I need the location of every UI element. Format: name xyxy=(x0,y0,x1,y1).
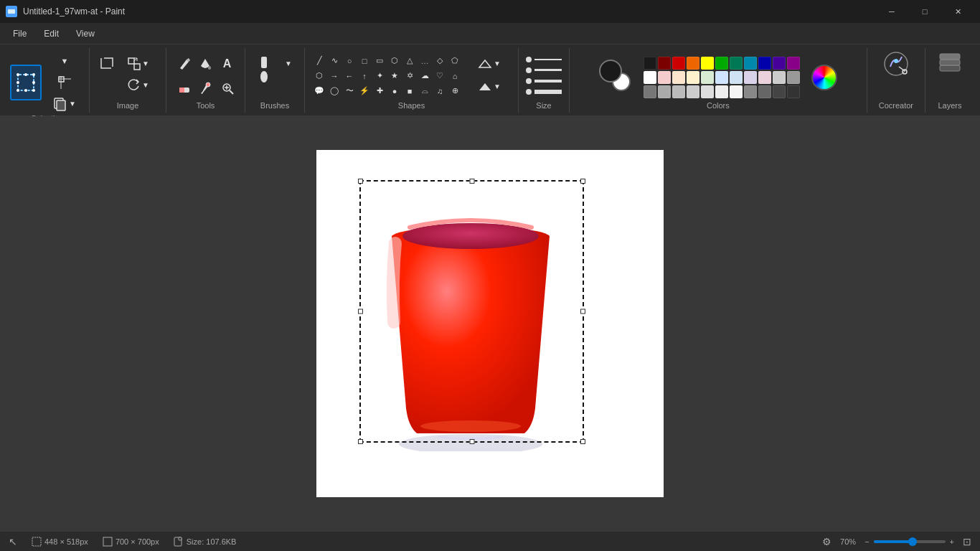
outline-btn[interactable]: ▼ xyxy=(468,54,511,74)
shape-arrow-r[interactable]: → xyxy=(327,69,341,83)
size-3[interactable] xyxy=(526,78,562,84)
swatch-teal[interactable] xyxy=(730,57,743,70)
canvas-area[interactable] xyxy=(0,116,980,531)
eraser-tool[interactable] xyxy=(174,78,194,98)
shape-poly[interactable]: ⬡ xyxy=(387,54,402,68)
shape-circle2[interactable]: ● xyxy=(387,84,402,98)
zoom-out-icon[interactable]: − xyxy=(864,537,869,546)
swatch-lg10[interactable] xyxy=(787,71,800,84)
swatch-purple[interactable] xyxy=(787,57,800,70)
swatch-lg9[interactable] xyxy=(773,71,786,84)
swatch-lg3[interactable] xyxy=(687,71,699,84)
layers-icon[interactable] xyxy=(937,51,963,77)
shape-oval[interactable]: ◯ xyxy=(327,84,341,98)
size-1[interactable] xyxy=(526,57,562,62)
swatch-lg5[interactable] xyxy=(715,71,728,84)
swatch-indigo[interactable] xyxy=(773,57,786,70)
swatch-black[interactable] xyxy=(644,57,656,70)
zoom-control[interactable]: − + xyxy=(864,537,954,546)
selection-tool-btn[interactable] xyxy=(10,65,42,100)
swatch-gray6[interactable] xyxy=(715,85,728,98)
cocreator-icon[interactable] xyxy=(883,51,909,77)
swatch-gray10[interactable] xyxy=(773,85,786,98)
swatch-lg2[interactable] xyxy=(672,71,685,84)
shape-cross[interactable]: ✚ xyxy=(372,84,387,98)
shape-star5[interactable]: ★ xyxy=(387,69,402,83)
brush-main[interactable] xyxy=(251,54,277,85)
swatch-gray2[interactable] xyxy=(658,85,671,98)
shape-cloud[interactable]: ☁ xyxy=(418,69,432,83)
swatch-gray1[interactable] xyxy=(644,85,656,98)
swatch-cyan[interactable] xyxy=(744,57,757,70)
fill-tool[interactable] xyxy=(196,54,216,74)
shape-ellipse[interactable]: ○ xyxy=(342,54,357,68)
swatch-red[interactable] xyxy=(672,57,685,70)
zoom-in-icon[interactable]: + xyxy=(950,537,954,546)
text-tool[interactable]: A xyxy=(217,54,237,74)
swatch-gray5[interactable] xyxy=(701,85,714,98)
swatch-gray9[interactable] xyxy=(758,85,771,98)
minimize-button[interactable]: ─ xyxy=(875,0,908,23)
swatch-white[interactable] xyxy=(644,71,656,84)
selection-paste-btn[interactable]: ▼ xyxy=(44,94,85,114)
menu-view[interactable]: View xyxy=(69,26,102,42)
shape-hex[interactable]: ⬡ xyxy=(312,69,326,83)
pencil-tool[interactable] xyxy=(174,54,194,74)
crop-tool-btn[interactable] xyxy=(97,54,117,74)
swatch-blue[interactable] xyxy=(758,57,771,70)
color-picker-btn[interactable] xyxy=(811,65,837,90)
shape-diamond[interactable]: ◇ xyxy=(433,54,447,68)
swatch-yellow[interactable] xyxy=(701,57,714,70)
shape-extra[interactable]: ⊕ xyxy=(448,84,462,98)
color1-swatch[interactable] xyxy=(599,60,622,83)
close-button[interactable]: ✕ xyxy=(941,0,974,23)
swatch-gray8[interactable] xyxy=(744,85,757,98)
swatch-gray7[interactable] xyxy=(730,85,743,98)
shape-rect2[interactable]: ▭ xyxy=(372,54,387,68)
shape-lightning[interactable]: ⚡ xyxy=(357,84,372,98)
swatch-lg4[interactable] xyxy=(701,71,714,84)
selection-crop-btn[interactable] xyxy=(44,72,85,93)
shape-more[interactable]: … xyxy=(418,54,432,68)
zoom-slider[interactable] xyxy=(874,540,946,543)
fill-btn[interactable]: ▼ xyxy=(468,77,511,97)
shape-callout[interactable]: 💬 xyxy=(312,84,326,98)
shape-star6[interactable]: ✡ xyxy=(402,69,417,83)
swatch-darkred[interactable] xyxy=(658,57,671,70)
shape-triangle[interactable]: △ xyxy=(402,54,417,68)
shape-wave[interactable]: 〜 xyxy=(342,84,357,98)
shape-heart[interactable]: ♡ xyxy=(433,69,447,83)
swatch-gray4[interactable] xyxy=(687,85,699,98)
menu-file[interactable]: File xyxy=(6,26,34,42)
shape-rect[interactable]: □ xyxy=(357,54,372,68)
settings-icon[interactable]: ⚙ xyxy=(822,536,831,547)
shape-arrow-u[interactable]: ↑ xyxy=(357,69,372,83)
size-2[interactable] xyxy=(526,67,562,73)
shape-line[interactable]: ╱ xyxy=(312,54,326,68)
swatch-green[interactable] xyxy=(715,57,728,70)
shape-curve[interactable]: ∿ xyxy=(327,54,341,68)
menu-edit[interactable]: Edit xyxy=(37,26,66,42)
swatch-lg6[interactable] xyxy=(730,71,743,84)
zoom-fit-icon[interactable]: ⊡ xyxy=(963,536,971,547)
shape-curve2[interactable]: ⌓ xyxy=(418,84,432,98)
swatch-lg7[interactable] xyxy=(744,71,757,84)
shape-misc[interactable]: ⌂ xyxy=(448,69,462,83)
shape-arrow-l[interactable]: ← xyxy=(342,69,357,83)
swatch-lg1[interactable] xyxy=(658,71,671,84)
shape-pent[interactable]: ⬠ xyxy=(448,54,462,68)
brush-dropdown[interactable]: ▼ xyxy=(278,54,298,74)
size-4[interactable] xyxy=(526,89,562,95)
shape-arrow-4[interactable]: ✦ xyxy=(372,69,387,83)
swatch-orange[interactable] xyxy=(687,57,699,70)
color-pick-tool[interactable] xyxy=(196,78,216,98)
canvas[interactable] xyxy=(316,150,664,497)
zoom-tool[interactable] xyxy=(217,78,237,98)
rotate-btn[interactable]: ▼ xyxy=(118,75,159,95)
shape-square[interactable]: ■ xyxy=(402,84,417,98)
swatch-lg8[interactable] xyxy=(758,71,771,84)
selection-dropdown[interactable]: ▼ xyxy=(44,51,85,71)
shape-note[interactable]: ♫ xyxy=(433,84,447,98)
maximize-button[interactable]: □ xyxy=(908,0,941,23)
swatch-gray3[interactable] xyxy=(672,85,685,98)
